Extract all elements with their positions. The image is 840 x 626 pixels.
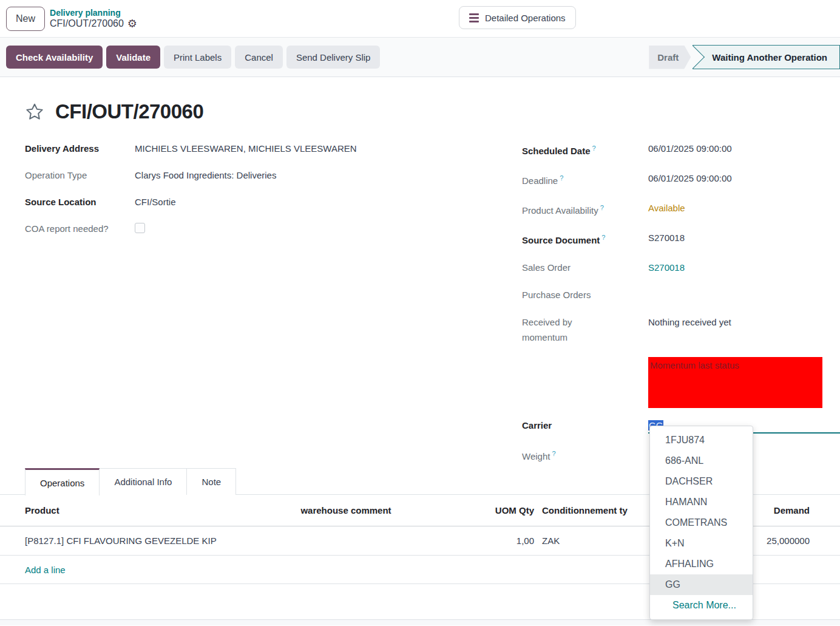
left-field-column: Delivery Address MICHIELS VLEESWAREN, MI… bbox=[25, 141, 413, 248]
top-navbar: New Delivery planning CFI/OUT/270060 ⚙ D… bbox=[0, 0, 840, 38]
help-icon: ? bbox=[552, 450, 555, 457]
field-scheduled-date: Scheduled Date? 06/01/2025 09:00:00 bbox=[522, 141, 840, 158]
validate-button[interactable]: Validate bbox=[106, 46, 160, 69]
source-document-label: Source Document? bbox=[522, 230, 648, 248]
operation-type-label: Operation Type bbox=[25, 168, 135, 183]
carrier-dropdown: 1FJU874 686-ANL DACHSER HAMANN COMETRANS… bbox=[649, 426, 753, 620]
detailed-operations-label: Detailed Operations bbox=[485, 13, 566, 23]
favorite-star-icon[interactable] bbox=[25, 102, 44, 121]
source-location-label: Source Location bbox=[25, 194, 135, 209]
dropdown-option[interactable]: K+N bbox=[650, 533, 753, 554]
coa-report-checkbox[interactable] bbox=[135, 223, 145, 233]
breadcrumb: Delivery planning CFI/OUT/270060 ⚙ bbox=[50, 8, 137, 30]
cancel-button[interactable]: Cancel bbox=[235, 46, 283, 69]
product-availability-label: Product Availability? bbox=[522, 200, 648, 218]
dropdown-option[interactable]: HAMANN bbox=[650, 492, 753, 512]
sales-order-link[interactable]: S270018 bbox=[648, 260, 685, 275]
new-button[interactable]: New bbox=[6, 7, 45, 31]
field-momentum-status: Momentum last status bbox=[522, 357, 840, 418]
help-icon: ? bbox=[601, 234, 605, 241]
deadline-value[interactable]: 06/01/2025 09:00:00 bbox=[648, 171, 732, 188]
check-availability-button[interactable]: Check Availability bbox=[6, 46, 103, 69]
dropdown-option[interactable]: AFHALING bbox=[650, 554, 753, 574]
delivery-address-value[interactable]: MICHIELS VLEESWAREN, MICHIELS VLEESWAREN bbox=[135, 141, 357, 156]
tab-note[interactable]: Note bbox=[187, 468, 236, 495]
field-delivery-address: Delivery Address MICHIELS VLEESWAREN, MI… bbox=[25, 141, 413, 156]
deadline-label: Deadline? bbox=[522, 171, 648, 188]
field-deadline: Deadline? 06/01/2025 09:00:00 bbox=[522, 171, 840, 188]
footer-strip bbox=[0, 620, 840, 625]
send-delivery-slip-button[interactable]: Send Delivery Slip bbox=[286, 46, 381, 69]
delivery-order-form-page: New Delivery planning CFI/OUT/270060 ⚙ D… bbox=[0, 0, 840, 626]
help-icon: ? bbox=[600, 204, 604, 211]
breadcrumb-record: CFI/OUT/270060 ⚙ bbox=[50, 18, 137, 29]
tab-additional-info[interactable]: Additional Info bbox=[100, 468, 187, 495]
coa-report-label: COA report needed? bbox=[25, 221, 135, 236]
field-coa-report: COA report needed? bbox=[25, 221, 413, 236]
dropdown-option-highlighted[interactable]: GG bbox=[650, 574, 753, 595]
page-title: CFI/OUT/270060 bbox=[55, 100, 203, 123]
dropdown-search-more[interactable]: Search More... bbox=[650, 595, 753, 616]
field-sales-order: Sales Order S270018 bbox=[522, 260, 840, 275]
gear-icon[interactable]: ⚙ bbox=[127, 18, 137, 29]
title-row: CFI/OUT/270060 bbox=[25, 100, 203, 123]
received-by-value: Nothing received yet bbox=[648, 315, 731, 346]
column-header-product[interactable]: Product bbox=[0, 505, 255, 515]
weight-label: Weight? bbox=[522, 446, 648, 464]
field-source-location: Source Location CFI/Sortie bbox=[25, 194, 413, 209]
operation-type-value[interactable]: Clarys Food Ingredients: Deliveries bbox=[135, 168, 276, 183]
tab-operations[interactable]: Operations bbox=[25, 468, 100, 495]
cell-product[interactable]: [P8127.1] CFI FLAVOURING GEVEZELDE KIP bbox=[0, 536, 255, 546]
field-source-document: Source Document? S270018 bbox=[522, 230, 840, 248]
purchase-orders-label: Purchase Orders bbox=[522, 287, 648, 302]
scheduled-date-value[interactable]: 06/01/2025 09:00:00 bbox=[648, 141, 732, 158]
print-labels-button[interactable]: Print Labels bbox=[164, 46, 231, 69]
source-document-value[interactable]: S270018 bbox=[648, 230, 685, 248]
dropdown-option[interactable]: 1FJU874 bbox=[650, 430, 753, 451]
field-received-by-momentum: Received by momentum Nothing received ye… bbox=[522, 315, 840, 346]
breadcrumb-app-link[interactable]: Delivery planning bbox=[50, 8, 137, 18]
received-by-label: Received by momentum bbox=[522, 315, 648, 346]
dropdown-option[interactable]: 686-ANL bbox=[650, 451, 753, 471]
field-operation-type: Operation Type Clarys Food Ingredients: … bbox=[25, 168, 413, 183]
delivery-address-label: Delivery Address bbox=[25, 141, 135, 156]
status-current-label: Waiting Another Operation bbox=[712, 52, 827, 63]
scheduled-date-label: Scheduled Date? bbox=[522, 141, 648, 158]
momentum-last-status-alert: Momentum last status bbox=[648, 357, 822, 408]
momentum-status-label-spacer bbox=[522, 357, 648, 418]
help-icon: ? bbox=[560, 174, 563, 182]
cell-uom-qty[interactable]: 1,00 bbox=[437, 536, 534, 546]
help-icon: ? bbox=[592, 145, 596, 152]
field-purchase-orders: Purchase Orders bbox=[522, 287, 840, 302]
dropdown-option[interactable]: COMETRANS bbox=[650, 512, 753, 533]
column-header-uom-qty[interactable]: UOM Qty bbox=[437, 505, 534, 515]
carrier-label: Carrier bbox=[522, 418, 648, 434]
column-header-warehouse-comment[interactable]: warehouse comment bbox=[255, 505, 437, 515]
status-bar: Draft Waiting Another Operation bbox=[649, 45, 840, 69]
hamburger-icon bbox=[469, 13, 479, 22]
action-bar: Check Availability Validate Print Labels… bbox=[0, 38, 840, 77]
dropdown-option[interactable]: DACHSER bbox=[650, 471, 753, 492]
product-availability-value: Available bbox=[648, 200, 685, 218]
detailed-operations-button[interactable]: Detailed Operations bbox=[459, 6, 576, 29]
add-a-line-link[interactable]: Add a line bbox=[25, 565, 66, 575]
breadcrumb-record-label: CFI/OUT/270060 bbox=[50, 18, 124, 29]
source-location-value[interactable]: CFI/Sortie bbox=[135, 194, 176, 209]
status-stage-draft[interactable]: Draft bbox=[649, 46, 691, 69]
sales-order-label: Sales Order bbox=[522, 260, 648, 275]
status-stage-current[interactable]: Waiting Another Operation bbox=[693, 45, 840, 69]
field-product-availability: Product Availability? Available bbox=[522, 200, 840, 218]
